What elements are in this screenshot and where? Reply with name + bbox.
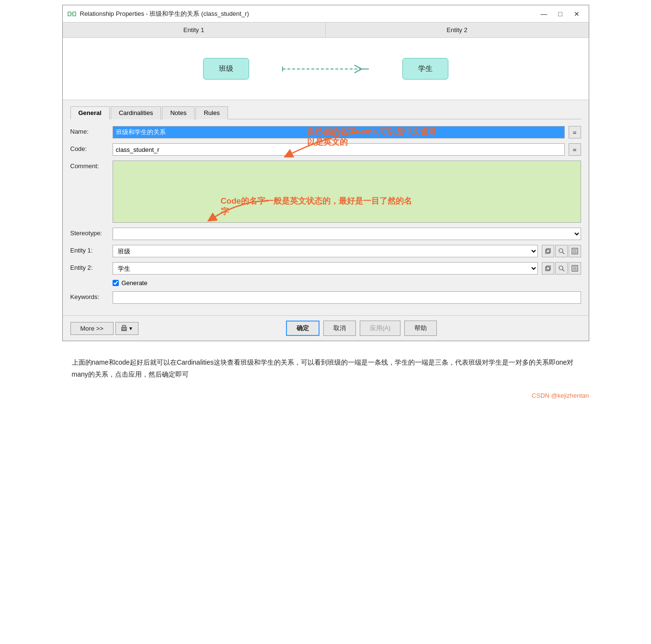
- window-title: Relationship Properties - 班级和学生的关系 (clas…: [80, 10, 249, 18]
- tab-cardinalities[interactable]: Cardinalities: [111, 106, 161, 119]
- stereotype-label: Stereotype:: [70, 228, 109, 237]
- stereotype-row: Stereotype:: [70, 228, 581, 240]
- entity2-search-button[interactable]: [555, 262, 568, 275]
- entity1-header-label: Entity 1: [63, 23, 326, 37]
- bottom-explanation-text: 上面的name和code起好后就可以在Cardinalities这块查看班级和学…: [62, 349, 589, 388]
- confirm-button[interactable]: 确定: [286, 321, 320, 336]
- svg-rect-9: [547, 249, 550, 253]
- cancel-button[interactable]: 取消: [323, 321, 356, 336]
- entity2-select[interactable]: 学生: [113, 262, 538, 275]
- entity1-box: 班级: [203, 58, 249, 80]
- generate-row: Generate: [113, 279, 581, 287]
- svg-rect-0: [68, 12, 71, 16]
- entity-header: Entity 1 Entity 2: [63, 23, 589, 38]
- maximize-button[interactable]: □: [553, 9, 568, 19]
- tab-rules[interactable]: Rules: [195, 106, 228, 119]
- title-controls: — □ ✕: [537, 9, 584, 19]
- close-button[interactable]: ✕: [570, 9, 584, 19]
- code-row: Code: =: [70, 143, 581, 156]
- svg-point-10: [559, 249, 563, 253]
- entity2-props-button[interactable]: [569, 262, 581, 275]
- entity2-header-label: Entity 2: [326, 23, 589, 37]
- entity1-row: Entity 1: 班级: [70, 245, 581, 257]
- generate-label[interactable]: Generate: [122, 279, 148, 287]
- name-eq-button[interactable]: =: [569, 126, 581, 138]
- entity1-buttons: [542, 245, 581, 257]
- generate-checkbox[interactable]: [113, 280, 119, 286]
- name-row: Name: =: [70, 126, 581, 138]
- comment-textarea[interactable]: [113, 161, 581, 223]
- tabs-section: General Cardinalities Notes Rules: [63, 100, 589, 119]
- tab-general[interactable]: General: [70, 106, 110, 119]
- svg-line-11: [562, 252, 564, 254]
- code-eq-button[interactable]: =: [569, 143, 581, 156]
- entity2-box: 学生: [402, 58, 448, 80]
- print-arrow-icon: ▼: [128, 326, 133, 331]
- keywords-label: Keywords:: [70, 291, 109, 300]
- more-button[interactable]: More >>: [70, 322, 114, 335]
- entity2-row: Entity 2: 学生: [70, 262, 581, 275]
- svg-line-6: [354, 69, 362, 73]
- print-button[interactable]: ▼: [115, 322, 138, 335]
- svg-rect-26: [123, 329, 126, 330]
- comment-row: Comment:: [70, 161, 581, 223]
- form-area: Name: = Code: = Comment: Stereotype:: [63, 119, 589, 315]
- help-button[interactable]: 帮助: [404, 321, 437, 336]
- entity2-field-label: Entity 2:: [70, 262, 109, 271]
- svg-line-19: [562, 269, 564, 271]
- svg-rect-2: [73, 12, 76, 16]
- apply-button[interactable]: 应用(A): [360, 321, 400, 336]
- minimize-button[interactable]: —: [537, 9, 551, 19]
- keywords-row: Keywords:: [70, 291, 581, 304]
- tabs-bar: General Cardinalities Notes Rules: [70, 106, 581, 119]
- svg-rect-25: [123, 325, 126, 327]
- svg-point-18: [559, 266, 563, 270]
- entity1-props-button[interactable]: [569, 245, 581, 257]
- comment-label: Comment:: [70, 161, 109, 170]
- tab-notes[interactable]: Notes: [162, 106, 194, 119]
- svg-rect-17: [547, 266, 550, 270]
- printer-icon: [121, 325, 127, 332]
- code-input[interactable]: [113, 143, 565, 156]
- svg-line-5: [354, 65, 362, 69]
- svg-rect-16: [546, 267, 549, 271]
- dialog-footer: More >> ▼ 确定 取消 应用(A) 帮助: [63, 315, 589, 341]
- code-label: Code:: [70, 143, 109, 152]
- entity-diagram: 班级 学生: [63, 38, 589, 100]
- title-bar: Relationship Properties - 班级和学生的关系 (clas…: [63, 5, 589, 23]
- entity1-search-button[interactable]: [555, 245, 568, 257]
- svg-rect-8: [546, 250, 549, 253]
- relationship-arrow: [278, 59, 374, 79]
- name-label: Name:: [70, 126, 109, 135]
- csdn-badge: CSDN @kejizhentan: [532, 392, 589, 399]
- entity1-field-label: Entity 1:: [70, 245, 109, 254]
- entity1-select[interactable]: 班级: [113, 245, 538, 257]
- name-input[interactable]: [113, 126, 565, 138]
- keywords-input[interactable]: [113, 291, 581, 304]
- relationship-icon: [68, 10, 76, 18]
- entity1-copy-button[interactable]: [542, 245, 554, 257]
- entity2-copy-button[interactable]: [542, 262, 554, 275]
- entity2-buttons: [542, 262, 581, 275]
- stereotype-select[interactable]: [113, 228, 581, 240]
- entity1-label: 班级: [219, 64, 233, 72]
- entity2-label: 学生: [418, 64, 433, 72]
